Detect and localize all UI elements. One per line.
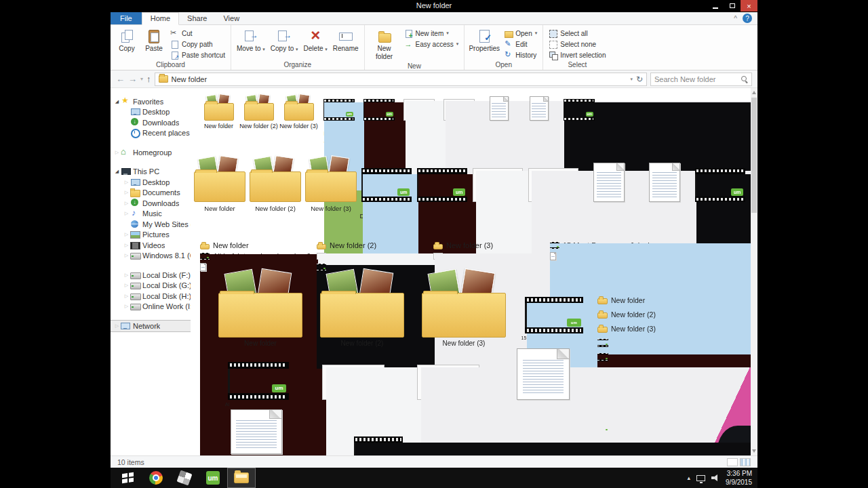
select-all-button[interactable]: Select all <box>547 28 608 39</box>
expand-icon[interactable]: ▷ <box>123 293 130 299</box>
file-item[interactable]: New folder <box>199 94 239 130</box>
volume-tray-icon[interactable] <box>711 474 719 481</box>
file-item[interactable]: New folder <box>192 159 248 212</box>
expand-icon[interactable]: ▷ <box>123 304 130 309</box>
file-item[interactable]: New Text Document <box>219 407 294 455</box>
network-tray-icon[interactable] <box>696 475 705 481</box>
file-item[interactable]: umAll in 1 Internal card reader_0 <box>359 94 399 144</box>
sidebar-item-pictures[interactable]: ▷Pictures <box>111 230 191 241</box>
file-item[interactable]: New folder (3) <box>413 272 515 348</box>
file-list-item[interactable]: New folder (3) <box>433 240 550 251</box>
file-list-item[interactable]: IMG_20150619_164811_1 <box>433 251 550 262</box>
file-item[interactable]: umUnboxing D-Link 24 Port Network ... <box>559 94 599 144</box>
file-item[interactable]: New folder (3) <box>279 94 319 130</box>
sidebar-item-favorites[interactable]: ◢Favorites <box>111 96 191 107</box>
file-list-item[interactable]: um15 Most Dangerous Jobs in the World <box>550 240 667 251</box>
file-list-item[interactable]: New folder (2) <box>597 307 751 321</box>
file-item[interactable]: um15 Most Dangerous Jobs in the World <box>319 94 359 152</box>
file-list-item[interactable]: New folder <box>200 240 317 251</box>
up-button[interactable]: ↑ <box>146 75 151 83</box>
collapse-icon[interactable]: ◢ <box>113 169 121 174</box>
taskbar-um-button[interactable]: um <box>199 468 227 488</box>
refresh-button[interactable]: ↻ <box>636 75 643 84</box>
history-button[interactable]: History <box>502 49 539 60</box>
properties-button[interactable]: Properties <box>468 27 500 54</box>
file-item[interactable]: um15 Most Dangerous Jobs in the World <box>359 159 414 228</box>
minimize-button[interactable] <box>707 0 724 12</box>
file-list-item[interactable]: New folder (2) <box>317 240 433 251</box>
move-to-button[interactable]: Move to ▾ <box>235 27 267 54</box>
rename-button[interactable]: Rename <box>331 27 361 54</box>
sidebar-item-my-web-sites-on-ms[interactable]: My Web Sites on MS <box>111 219 191 230</box>
close-button[interactable]: × <box>741 0 757 12</box>
file-item[interactable]: umUnboxing D-Link 24 Port Network Switch… <box>692 159 748 236</box>
file-list-item[interactable]: um15 Most Dangerous Jobs in the World <box>597 336 751 350</box>
scroll-down-icon[interactable] <box>752 449 756 453</box>
file-item[interactable]: umUnboxing D-Link 24 Port Network Switch… <box>341 424 416 455</box>
scroll-up-icon[interactable] <box>752 91 756 94</box>
taskbar-explorer-button[interactable] <box>227 468 256 488</box>
sidebar-item-recent-places[interactable]: Recent places <box>111 128 191 139</box>
copy-to-button[interactable]: Copy to ▾ <box>269 27 300 54</box>
address-dropdown-icon[interactable]: ▾ <box>630 77 633 82</box>
file-item[interactable]: New folder (3) <box>303 159 359 212</box>
file-item[interactable]: IMG_20150619_164811_1 <box>526 159 581 212</box>
easy-access-button[interactable]: Easy access▾ <box>402 39 461 49</box>
sidebar-item-windows-8-1-c[interactable]: ▷Windows 8.1 (C:) <box>111 251 191 262</box>
paste-button[interactable]: Paste <box>141 27 167 54</box>
collapse-icon[interactable]: ◢ <box>113 99 121 104</box>
taskbar-chrome-button[interactable] <box>142 468 170 488</box>
copy-button[interactable]: Copy <box>114 27 140 54</box>
expand-icon[interactable]: ▷ <box>113 323 121 329</box>
file-item[interactable]: New folder <box>210 272 311 348</box>
search-input[interactable]: Search New folder <box>650 73 752 86</box>
file-list-item[interactable]: umAll in 1 Internal card reader_0 <box>200 251 317 262</box>
paste-shortcut-button[interactable]: Paste shortcut <box>168 49 227 60</box>
file-item[interactable]: New folder (2) <box>248 159 303 212</box>
sidebar-item-music[interactable]: ▷Music <box>111 209 191 220</box>
expand-icon[interactable]: ▷ <box>123 201 130 206</box>
copy-path-button[interactable]: Copy path <box>168 39 227 49</box>
sidebar-item-videos[interactable]: ▷Videos <box>111 240 191 251</box>
scrollbar-thumb[interactable] <box>751 98 757 213</box>
file-item[interactable]: um15 Most Dangerous Jobs in the World <box>515 294 593 347</box>
tab-file[interactable]: File <box>111 12 142 24</box>
select-none-button[interactable]: Select none <box>547 39 608 49</box>
open-button[interactable]: Open▾ <box>502 28 539 39</box>
tab-home[interactable]: Home <box>142 12 179 25</box>
cut-button[interactable]: Cut <box>168 28 227 39</box>
expand-icon[interactable]: ▷ <box>113 150 121 155</box>
help-icon[interactable]: ? <box>743 14 752 23</box>
ribbon-collapse-icon[interactable]: ^ <box>734 15 737 22</box>
sidebar-item-local-disk-f[interactable]: ▷Local Disk (F:) <box>111 270 191 281</box>
file-list-item[interactable]: New folder <box>597 293 751 307</box>
file-item[interactable]: umAll in 1 Internal card reader_0 <box>211 347 306 407</box>
recent-pages-icon[interactable]: ▾ <box>140 77 143 82</box>
sidebar-item-network[interactable]: ▷Network <box>111 321 191 331</box>
sidebar-item-downloads[interactable]: Downloads <box>111 117 191 128</box>
new-item-button[interactable]: New item▾ <box>402 28 461 39</box>
expand-icon[interactable]: ▷ <box>123 232 130 237</box>
expand-icon[interactable]: ▷ <box>123 211 130 216</box>
file-item[interactable]: New folder (2) <box>311 272 413 348</box>
expand-icon[interactable]: ▷ <box>123 180 130 185</box>
file-item[interactable]: New folder (2) <box>239 94 279 130</box>
sidebar-item-homegroup[interactable]: ▷Homegroup <box>111 147 191 158</box>
taskbar-app-button[interactable] <box>170 468 199 488</box>
file-item[interactable]: IMG_20150612_130815_1 <box>470 159 526 212</box>
expand-icon[interactable]: ▷ <box>123 283 130 288</box>
file-list-item[interactable]: IMG_20150612_130815_1 <box>317 251 433 262</box>
titlebar[interactable]: New folder × <box>111 0 757 12</box>
start-button[interactable] <box>113 468 142 488</box>
clock[interactable]: 3:36 PM 9/9/2015 <box>726 469 752 487</box>
expand-icon[interactable]: ▷ <box>123 272 130 278</box>
sidebar-item-downloads[interactable]: ▷Downloads <box>111 198 191 209</box>
sidebar-item-desktop[interactable]: ▷Desktop <box>111 177 191 188</box>
maximize-button[interactable] <box>724 0 741 12</box>
tray-expand-icon[interactable]: ▴ <box>688 474 691 481</box>
expand-icon[interactable]: ▷ <box>123 243 130 248</box>
expand-icon[interactable]: ▷ <box>123 190 130 195</box>
address-input[interactable]: New folder ▾ ↻ <box>155 73 647 86</box>
file-list-item[interactable]: New folder (3) <box>597 321 751 336</box>
file-item[interactable]: umAll in 1 Internal card reader_0 <box>414 159 470 220</box>
